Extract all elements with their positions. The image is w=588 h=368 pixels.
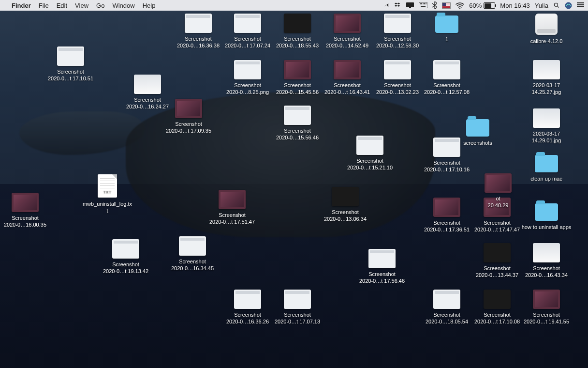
screenshot-thumbnail [332, 187, 359, 206]
siri-icon[interactable] [565, 2, 572, 9]
desktop-item-ss15[interactable]: Screenshot2020-0…t 15.21.10 [345, 136, 395, 171]
clock[interactable]: Mon 16:43 [500, 2, 529, 9]
desktop-item-label: Screenshot2020-0…t 17.56.46 [359, 271, 405, 284]
desktop-item-ss28[interactable]: Screenshot2020-0…t 17.07.13 [272, 290, 323, 325]
screenshot-thumbnail [485, 173, 512, 193]
folder-icon [535, 155, 558, 172]
desktop-item-ss9[interactable]: Screenshot2020-0…t 16.43.41 [322, 60, 372, 95]
desktop-item-label: Screenshot2020-0…t 17.47.47 [474, 219, 520, 233]
screenshot-thumbnail [356, 136, 383, 155]
desktop-item-ss26[interactable]: Screenshot2020-0…16.43.34 [521, 243, 572, 278]
screenshot-thumbnail [284, 106, 311, 125]
drive-icon [535, 14, 558, 35]
desktop-item-label: Screenshot2020-0…15.56.46 [276, 127, 319, 141]
desktop-item-ss29[interactable]: Screenshot2020-0…18.05.54 [422, 290, 472, 325]
app-name[interactable]: Finder [12, 2, 31, 9]
desktop-item-ss7[interactable]: Screenshot2020-0…8.25.png [222, 60, 273, 95]
desktop-item-ss17[interactable]: Screenshot2020-0…16.00.35 [0, 193, 50, 228]
desktop-item-ss8[interactable]: Screenshot2020-0…15.45.56 [272, 60, 323, 95]
screenshot-thumbnail [185, 14, 212, 33]
location-icon[interactable] [383, 2, 390, 9]
bluetooth-icon[interactable] [432, 1, 437, 9]
desktop-item-label: Screenshot2020-0…t 15.21.10 [347, 157, 393, 171]
svg-point-10 [554, 3, 558, 6]
desktop-item-ss5[interactable]: Screenshot2020-0…12.58.30 [372, 14, 423, 49]
desktop-item-label: Screenshot2020-0…t 17.07.24 [225, 35, 270, 49]
battery-icon [484, 2, 495, 9]
desktop-item-img2[interactable]: 2020-03-1714.29.01.jpg [521, 108, 572, 144]
screenshot-thumbnail [484, 243, 511, 262]
desktop-item-ss23[interactable]: Screenshot2020-0…16.34.45 [167, 236, 218, 272]
svg-rect-0 [406, 2, 414, 7]
desktop-item-label: Screenshot2020-0…t 19.13.42 [103, 261, 148, 275]
folder-icon [535, 203, 558, 221]
menu-file[interactable]: File [39, 2, 49, 9]
desktop-item-txt-mwb[interactable]: mwb_uninstall_log.txt [82, 174, 132, 214]
menu-edit[interactable]: Edit [57, 2, 67, 9]
desktop-item-label: Screenshot2020-0…t 17.51.47 [209, 212, 255, 225]
screenshot-thumbnail [134, 75, 161, 94]
desktop-item-label: Screenshot2020-0…t 17.10.51 [48, 68, 93, 82]
menu-view[interactable]: View [75, 2, 88, 9]
menu-window[interactable]: Window [112, 2, 134, 9]
desktop-item-label: Screenshot2020-0…12.58.30 [376, 35, 419, 49]
battery-status[interactable]: 60% [469, 2, 495, 9]
desktop-item-ss18[interactable]: Screenshot2020-0…t 17.51.47 [207, 190, 257, 225]
screenshot-thumbnail [284, 14, 311, 33]
desktop-item-ss4[interactable]: Screenshot2020-0…14.52.49 [322, 14, 372, 49]
desktop-item-ss24[interactable]: Screenshot2020-0…t 17.56.46 [357, 249, 407, 284]
desktop-item-ss3[interactable]: Screenshot2020-0…18.55.43 [272, 14, 323, 49]
desktop-item-ss2[interactable]: Screenshot2020-0…t 17.07.24 [222, 14, 273, 49]
desktop-item-ss30[interactable]: Screenshot2020-0…t 17.10.08 [472, 290, 522, 325]
desktop-item-folder-clean[interactable]: clean up mac [521, 155, 572, 182]
desktop-item-label: Screenshot2020-0…t 12.57.08 [424, 82, 470, 95]
desktop-item-ss21b[interactable]: ot20 40.29 [473, 173, 523, 209]
desktop-item-ss25[interactable]: Screenshot2020-0…13.44.37 [472, 243, 522, 278]
desktop-item-ss22[interactable]: Screenshot2020-0…t 19.13.42 [101, 239, 151, 275]
desktop-item-ss13[interactable]: Screenshot2020-0…t 17.09.35 [163, 99, 214, 134]
desktop-item-folder-uninstall[interactable]: how to uninstall apps [521, 203, 572, 230]
display-icon[interactable] [406, 2, 414, 8]
screenshot-thumbnail [368, 249, 396, 268]
desktop-item-label: Screenshot2020-0…16.34.45 [171, 258, 214, 272]
desktop[interactable]: calibre-4.12.01screenshotsclean up macho… [0, 0, 588, 368]
screenshot-thumbnail [433, 198, 460, 217]
desktop-item-f-cal[interactable]: calibre-4.12.0 [521, 14, 572, 45]
txt-file-icon [98, 174, 117, 198]
desktop-item-label: clean up mac [530, 175, 562, 182]
screenshot-thumbnail [533, 243, 560, 262]
screenshot-thumbnail [219, 190, 246, 209]
desktop-item-ss10[interactable]: Screenshot2020-0…13.02.23 [372, 60, 423, 95]
wifi-icon[interactable] [456, 2, 464, 9]
desktop-item-label: Screenshot2020-0…14.52.49 [326, 35, 368, 49]
desktop-item-ss19[interactable]: Screenshot2020-0…13.06.34 [320, 187, 370, 222]
svg-rect-3 [420, 3, 421, 4]
desktop-item-folder-1[interactable]: 1 [422, 15, 472, 43]
svg-point-9 [459, 7, 460, 8]
desktop-item-ss1[interactable]: Screenshot2020-0…16.36.38 [173, 14, 223, 49]
desktop-item-label: 1 [445, 36, 448, 43]
input-source-flag[interactable] [442, 2, 451, 9]
notification-center-icon[interactable] [577, 2, 584, 9]
screenshot-thumbnail [433, 138, 460, 157]
desktop-item-label: Screenshot2020-0…16.00.35 [4, 215, 46, 228]
desktop-item-ss6[interactable]: Screenshot2020-0…t 17.10.51 [45, 46, 96, 82]
spotlight-icon[interactable] [553, 2, 560, 9]
screenshot-thumbnail [433, 290, 460, 309]
svg-point-11 [565, 2, 572, 9]
menu-bar: Finder File Edit View Go Window Help 60%… [0, 0, 588, 11]
desktop-item-ss27[interactable]: Screenshot2020-0…16.36.26 [222, 290, 273, 325]
keyboard-icon[interactable] [419, 2, 427, 8]
desktop-item-img1[interactable]: 2020-03-1714.25.27.jpg [521, 60, 572, 95]
user-menu[interactable]: Yulia [535, 2, 548, 9]
desktop-item-label: Screenshot2020-0…t 17.10.08 [474, 311, 520, 325]
menu-go[interactable]: Go [96, 2, 104, 9]
desktop-item-ss31[interactable]: Screenshot2020-0…t 19.41.55 [521, 290, 572, 325]
desktop-item-ss14[interactable]: Screenshot2020-0…15.56.46 [272, 106, 323, 141]
desktop-item-ss20[interactable]: Screenshot2020-0…t 17.36.51 [422, 198, 472, 233]
desktop-item-ss16[interactable]: Screenshot2020-0…t 17.10.16 [422, 138, 472, 173]
desktop-item-ss11[interactable]: Screenshot2020-0…t 12.57.08 [422, 60, 472, 95]
menu-help[interactable]: Help [143, 2, 156, 9]
desktop-item-label: Screenshot2020-0…t 17.09.35 [166, 121, 211, 134]
dropbox-icon[interactable] [395, 2, 401, 9]
